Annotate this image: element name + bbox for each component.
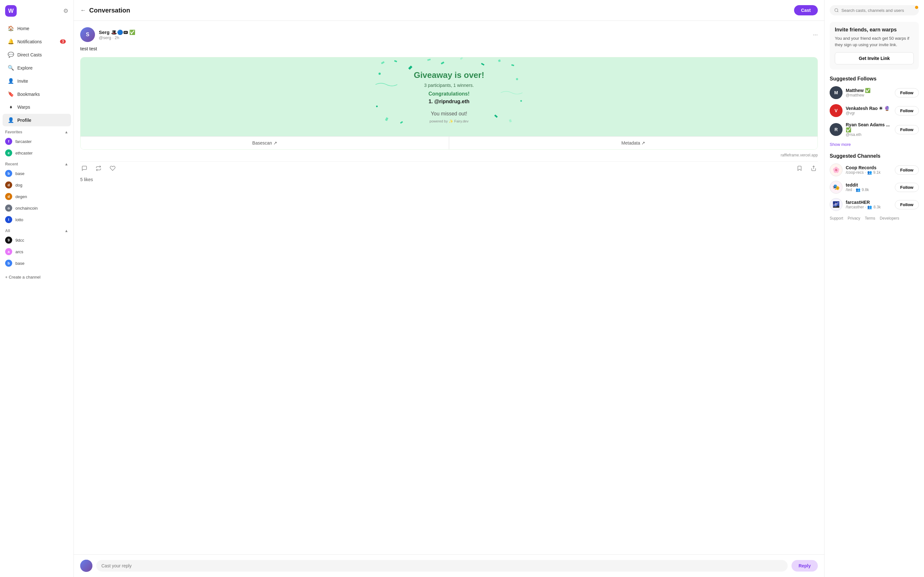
giveaway-congrats: Congratulations! bbox=[429, 91, 470, 97]
svg-rect-2 bbox=[381, 61, 384, 64]
comment-button[interactable] bbox=[80, 164, 89, 172]
post-menu-button[interactable]: ··· bbox=[813, 31, 818, 38]
follow-ryan-button[interactable]: Follow bbox=[895, 125, 919, 134]
nav-home[interactable]: 🏠 Home bbox=[3, 22, 71, 35]
bookmark-button[interactable] bbox=[795, 164, 804, 172]
sidebar-item-9dcc[interactable]: 9 9dcc bbox=[0, 234, 73, 246]
sidebar-item-ethcaster[interactable]: e ethcaster bbox=[0, 147, 73, 159]
create-channel-button[interactable]: + Create a channel bbox=[0, 271, 73, 283]
onchaincoin-avatar: o bbox=[5, 205, 12, 211]
ryan-avatar: R bbox=[830, 123, 843, 136]
svg-rect-4 bbox=[408, 65, 412, 69]
nav-notifications[interactable]: 🔔 Notifications 3 bbox=[3, 35, 71, 48]
invite-card: Invite friends, earn warps You and your … bbox=[830, 22, 919, 69]
giveaway-missed: You missed out! bbox=[431, 111, 467, 117]
all-label: All bbox=[5, 229, 10, 233]
sidebar-logo-area: W ⚙ bbox=[0, 5, 73, 22]
favorites-label: Favorites bbox=[5, 130, 22, 134]
metadata-button[interactable]: Metadata ↗ bbox=[449, 137, 817, 149]
nav-bookmarks-label: Bookmarks bbox=[17, 92, 40, 97]
suggested-channels-title: Suggested Channels bbox=[830, 153, 919, 159]
matthew-handle: @matthew bbox=[846, 93, 892, 97]
recent-toggle[interactable]: ▲ bbox=[65, 162, 68, 166]
sidebar-item-arcs[interactable]: a arcs bbox=[0, 246, 73, 258]
follow-coop-records-button[interactable]: Follow bbox=[895, 165, 919, 175]
footer-links: Support Privacy Terms Developers bbox=[830, 216, 919, 221]
like-button[interactable] bbox=[108, 164, 117, 172]
ryan-handle: @rsa.eth bbox=[846, 132, 892, 137]
giveaway-actions: Basescan ↗ Metadata ↗ bbox=[81, 136, 817, 149]
back-button[interactable]: ← bbox=[80, 7, 86, 14]
svg-rect-6 bbox=[441, 61, 444, 64]
coop-records-avatar: 🌸 bbox=[830, 163, 843, 176]
suggested-channel-farcasther: 🌌 farcastHER /farcasther · 👥 8.3k Follow bbox=[830, 198, 919, 211]
9dcc-avatar: 9 bbox=[5, 237, 12, 243]
right-panel: Invite friends, earn warps You and your … bbox=[825, 0, 924, 577]
recast-button[interactable] bbox=[94, 164, 103, 172]
sidebar-item-dog[interactable]: d dog bbox=[0, 179, 73, 191]
sidebar: W ⚙ 🏠 Home 🔔 Notifications 3 💬 Direct Ca… bbox=[0, 0, 74, 577]
sidebar-item-degen[interactable]: d degen bbox=[0, 191, 73, 202]
basescan-button[interactable]: Basescan ↗ bbox=[81, 137, 449, 149]
footer-developers[interactable]: Developers bbox=[880, 216, 899, 221]
search-input[interactable] bbox=[842, 8, 914, 13]
home-icon: 🏠 bbox=[8, 25, 14, 31]
lotto-avatar: l bbox=[5, 216, 12, 223]
svg-rect-13 bbox=[494, 114, 498, 118]
post-user-info: Serg 🎩🔵🎟 ✅ @serg · 2h bbox=[99, 29, 809, 40]
post-handle-time: @serg · 2h bbox=[99, 35, 809, 40]
svg-rect-7 bbox=[460, 57, 463, 60]
sidebar-item-base[interactable]: b base bbox=[0, 168, 73, 179]
post-text: test test bbox=[80, 45, 818, 53]
nav-explore[interactable]: 🔍 Explore bbox=[3, 61, 71, 74]
nav-invite[interactable]: 👤 Invite bbox=[3, 75, 71, 87]
reply-input[interactable] bbox=[96, 560, 788, 572]
degen-label: degen bbox=[15, 194, 27, 199]
footer-support[interactable]: Support bbox=[830, 216, 843, 221]
suggested-channel-teddit: 🎭 teddit /ted · 👥 9.8k Follow bbox=[830, 181, 919, 193]
svg-point-20 bbox=[80, 560, 92, 572]
svg-rect-11 bbox=[385, 117, 388, 121]
lotto-label: lotto bbox=[15, 218, 23, 222]
favorites-toggle[interactable]: ▲ bbox=[65, 130, 68, 134]
likes-count: 5 likes bbox=[80, 177, 818, 182]
nav-bookmarks[interactable]: 🔖 Bookmarks bbox=[3, 88, 71, 100]
follow-farcasther-button[interactable]: Follow bbox=[895, 200, 919, 210]
degen-avatar: d bbox=[5, 193, 12, 200]
recent-label: Recent bbox=[5, 162, 18, 166]
reply-button[interactable]: Reply bbox=[792, 560, 818, 572]
all-toggle[interactable]: ▲ bbox=[65, 229, 68, 233]
matthew-avatar: M bbox=[830, 86, 843, 99]
share-button[interactable] bbox=[809, 164, 818, 172]
dog-label: dog bbox=[15, 183, 23, 187]
follow-venkatesh-button[interactable]: Follow bbox=[895, 106, 919, 115]
dog-avatar: d bbox=[5, 181, 12, 189]
svg-rect-9 bbox=[498, 59, 501, 62]
get-invite-link-button[interactable]: Get Invite Link bbox=[835, 52, 914, 64]
app-logo[interactable]: W bbox=[5, 5, 17, 17]
sidebar-item-base2[interactable]: b base bbox=[0, 258, 73, 269]
nav-direct-casts[interactable]: 💬 Direct Casts bbox=[3, 48, 71, 61]
footer-privacy[interactable]: Privacy bbox=[848, 216, 860, 221]
ethcaster-label: ethcaster bbox=[15, 151, 32, 155]
explore-icon: 🔍 bbox=[8, 65, 14, 71]
farcasther-avatar: 🌌 bbox=[830, 198, 843, 211]
ethcaster-avatar: e bbox=[5, 149, 12, 156]
settings-icon[interactable]: ⚙ bbox=[63, 7, 68, 15]
footer-terms[interactable]: Terms bbox=[865, 216, 875, 221]
venkatesh-avatar: V bbox=[830, 104, 843, 117]
svg-rect-8 bbox=[481, 63, 485, 65]
follow-matthew-button[interactable]: Follow bbox=[895, 88, 919, 97]
follow-teddit-button[interactable]: Follow bbox=[895, 183, 919, 192]
cast-button[interactable]: Cast bbox=[794, 5, 818, 15]
sidebar-item-farcaster[interactable]: f farcaster bbox=[0, 135, 73, 147]
favorites-section: Favorites ▲ bbox=[0, 127, 73, 135]
sidebar-item-lotto[interactable]: l lotto bbox=[0, 214, 73, 226]
nav-warps[interactable]: ♦ Warps bbox=[3, 101, 71, 113]
sidebar-item-onchaincoin[interactable]: o onchaincoin bbox=[0, 202, 73, 214]
suggested-user-venkatesh: V Venkatesh Rao ☀ 🔮 @vgr Follow bbox=[830, 104, 919, 117]
base2-label: base bbox=[15, 261, 24, 266]
nav-profile[interactable]: 👤 Profile bbox=[3, 114, 71, 126]
show-more-button[interactable]: Show more bbox=[830, 142, 919, 147]
profile-icon: 👤 bbox=[8, 117, 14, 123]
